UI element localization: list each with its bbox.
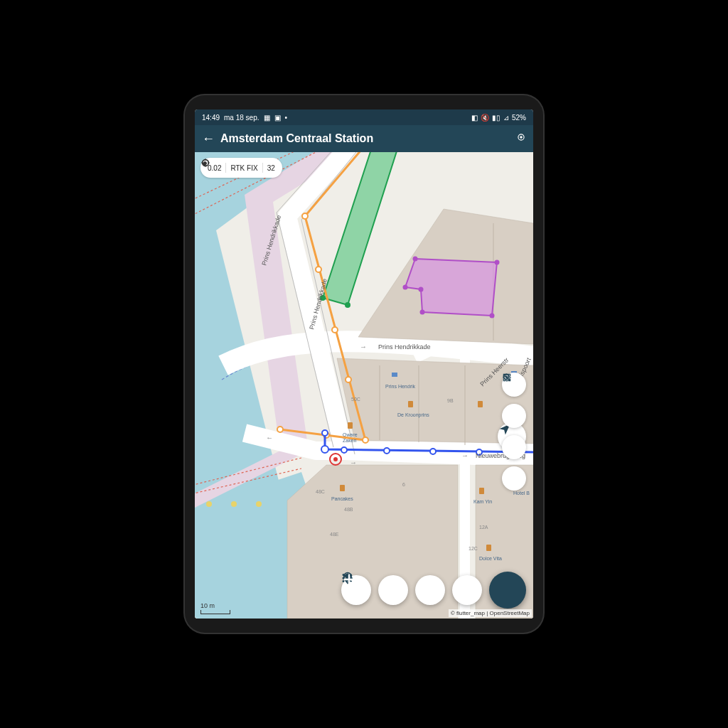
bottom-actions [341, 572, 526, 609]
svg-rect-38 [479, 488, 484, 494]
svg-point-1 [520, 136, 522, 138]
status-picture-icon: ▣ [274, 114, 281, 122]
svg-text:Pancakes: Pancakes [331, 496, 353, 501]
svg-text:→: → [461, 451, 469, 459]
locate-button[interactable] [516, 132, 526, 145]
svg-text:Prins Hendrik: Prins Hendrik [385, 384, 416, 389]
map-svg: →→→← Prins Hendrikkade Prins Hendrikkade… [195, 152, 533, 619]
svg-text:48E: 48E [330, 532, 339, 537]
pin-button[interactable] [452, 575, 482, 605]
svg-rect-35 [478, 401, 483, 407]
map-controls-column [502, 373, 526, 491]
svg-rect-34 [408, 401, 413, 407]
scale-label: 10 m [200, 602, 215, 609]
wifi-icon: ⊿ [503, 114, 509, 122]
svg-point-16 [316, 267, 321, 272]
svg-point-64 [206, 501, 212, 507]
svg-point-9 [413, 257, 418, 262]
svg-text:12C: 12C [469, 546, 478, 551]
svg-point-23 [321, 446, 328, 453]
svg-point-11 [490, 314, 495, 318]
status-bar: 14:49 ma 18 sep. ▦ ▣ • ◧ 🔇 ▮▯ ⊿ 52% [195, 109, 533, 125]
svg-rect-39 [486, 545, 491, 551]
svg-point-25 [384, 448, 390, 454]
svg-point-29 [333, 457, 338, 461]
svg-point-13 [419, 287, 424, 292]
mute-icon: 🔇 [481, 114, 489, 122]
back-button[interactable]: ← [202, 132, 215, 146]
svg-text:OwareZaken: OwareZaken [343, 432, 358, 443]
svg-point-65 [231, 501, 237, 507]
svg-point-15 [302, 213, 308, 219]
tablet-frame: 14:49 ma 18 sep. ▦ ▣ • ◧ 🔇 ▮▯ ⊿ 52% ← Am… [185, 95, 543, 633]
svg-text:48C: 48C [316, 489, 325, 494]
plus-icon [341, 572, 357, 587]
svg-point-66 [256, 501, 262, 507]
svg-text:←: ← [266, 434, 273, 441]
gps-status-pill[interactable]: 0.02 RTK FIX 32 [200, 158, 282, 178]
add-button[interactable] [489, 572, 526, 609]
svg-point-21 [277, 427, 283, 432]
svg-text:50C: 50C [351, 397, 360, 402]
svg-text:→: → [360, 343, 367, 350]
svg-text:6: 6 [402, 482, 405, 487]
svg-rect-36 [348, 422, 353, 429]
svg-text:Kam Yin: Kam Yin [473, 499, 492, 504]
status-time: 14:49 [202, 114, 220, 122]
zoom-in-button[interactable] [502, 404, 526, 428]
svg-point-82 [506, 377, 508, 378]
battery-label: 52% [512, 114, 526, 122]
svg-point-22 [322, 430, 328, 436]
svg-point-17 [332, 327, 338, 333]
svg-text:De Kroonprins: De Kroonprins [397, 412, 429, 418]
svg-rect-40 [392, 373, 397, 377]
svg-point-12 [420, 310, 425, 315]
battery-saver-icon: ◧ [471, 114, 478, 122]
svg-point-10 [495, 260, 500, 265]
locate-icon [502, 373, 512, 382]
svg-rect-37 [340, 485, 345, 491]
svg-text:9B: 9B [447, 398, 454, 403]
status-apps-icon: ▦ [264, 114, 270, 122]
zoom-out-button[interactable] [502, 435, 526, 459]
map-attribution: © flutter_map | OpenStreetMap [449, 609, 532, 617]
screen: 14:49 ma 18 sep. ▦ ▣ • ◧ 🔇 ▮▯ ⊿ 52% ← Am… [195, 109, 533, 619]
gps-sats: 32 [267, 164, 275, 172]
svg-point-7 [345, 302, 350, 308]
svg-text:12A: 12A [479, 525, 488, 530]
map-canvas[interactable]: →→→← Prins Hendrikkade Prins Hendrikkade… [195, 152, 533, 619]
status-date: ma 18 sep. [224, 114, 259, 122]
recenter-button[interactable] [502, 466, 526, 491]
svg-point-26 [430, 449, 436, 454]
signal-icon: ▮▯ [492, 114, 500, 122]
page-title: Amsterdam Centraal Station [220, 132, 373, 145]
svg-point-18 [346, 377, 351, 382]
svg-point-14 [403, 285, 408, 290]
satellite-icon [200, 158, 210, 168]
scale-bar: 10 m [200, 602, 230, 614]
svg-text:Dolce Vita: Dolce Vita [479, 556, 502, 561]
layers-button[interactable] [378, 575, 408, 605]
svg-text:Prins Hendrikkade: Prins Hendrikkade [378, 343, 431, 350]
svg-point-19 [363, 437, 368, 443]
app-bar: ← Amsterdam Centraal Station [195, 125, 533, 152]
svg-point-24 [341, 447, 347, 453]
svg-text:48B: 48B [344, 507, 353, 512]
svg-text:→: → [350, 459, 357, 466]
list-button[interactable] [415, 575, 445, 605]
gps-mode: RTK FIX [230, 164, 257, 172]
svg-text:Hotel B: Hotel B [513, 491, 530, 496]
